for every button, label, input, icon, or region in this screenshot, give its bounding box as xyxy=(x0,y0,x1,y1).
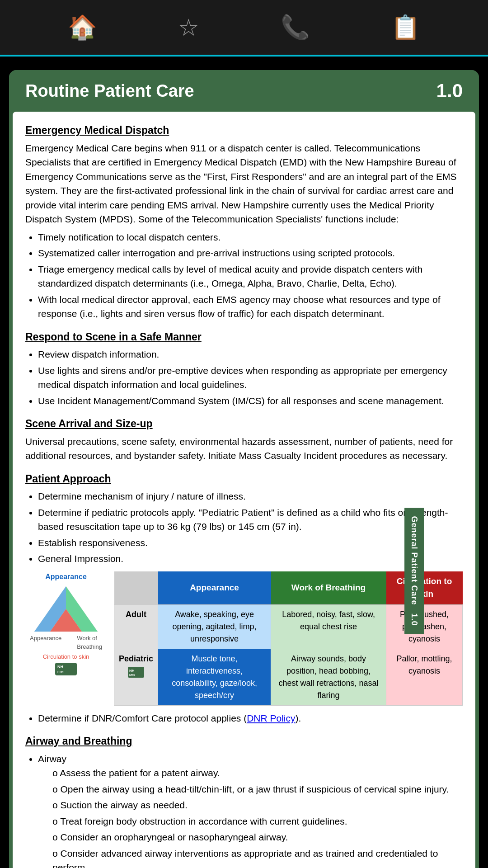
row-label-adult: Adult xyxy=(114,604,158,649)
emd-body-text: Emergency Medical Care begins when 911 o… xyxy=(25,141,463,226)
emd-section-title: Emergency Medical Dispatch xyxy=(25,123,463,138)
th-circulation: Circulation to Skin xyxy=(386,571,463,605)
card-routine-patient-care: Routine Patient Care 1.0 Emergency Medic… xyxy=(9,70,479,868)
respond-bullet-list: Review dispatch information. Use lights … xyxy=(38,347,463,408)
td-circ-pediatric: Pallor, mottling, cyanosis xyxy=(386,649,463,705)
patient-bullet-2: Determine if pediatric protocols apply. … xyxy=(38,505,463,534)
th-appearance: Appearance xyxy=(158,571,271,605)
dnr-bullet-list: Determine if DNR/Comfort Care protocol a… xyxy=(38,711,463,726)
airway-main-list: Airway Assess the patient for a patent a… xyxy=(38,752,463,868)
airway-sub-2: Open the airway using a head-tilt/chin-l… xyxy=(52,782,463,797)
airway-main-item-1: Airway Assess the patient for a patent a… xyxy=(38,752,463,868)
home-icon[interactable]: 🏠 xyxy=(68,14,97,41)
td-appearance-adult: Awake, speaking, eye opening, agitated, … xyxy=(158,604,271,649)
triangle-label-circulation-bottom: Circulation to skin xyxy=(43,652,89,661)
svg-text:EMS: EMS xyxy=(57,670,65,674)
card-title: Routine Patient Care xyxy=(25,81,194,101)
triangle-label-appearance: Appearance xyxy=(45,571,87,582)
respond-bullet-3: Use Incident Management/Command System (… xyxy=(38,394,463,408)
phone-icon[interactable]: 📞 xyxy=(281,14,310,41)
airway-sub-1: Assess the patient for a patent airway. xyxy=(52,766,463,780)
triangle-label-appearance-left: Appearance xyxy=(30,634,61,651)
pat-assessment-section: Appearance Appearance Work ofBreathing C… xyxy=(25,571,463,706)
pat-triangle-svg xyxy=(30,584,102,634)
triangle-label-breathing-right: Work ofBreathing xyxy=(77,634,102,651)
respond-bullet-2: Use lights and sirens and/or pre-emptive… xyxy=(38,363,463,392)
patient-bullet-1: Determine mechanism of injury / nature o… xyxy=(38,489,463,504)
svg-text:EMS: EMS xyxy=(129,674,135,676)
emd-bullet-1: Timely notification to local dispatch ce… xyxy=(38,230,463,245)
patient-bullet-4: General Impression. xyxy=(38,552,463,566)
respond-section-title: Respond to Scene in a Safe Manner xyxy=(25,329,463,345)
emd-bullet-2: Systematized caller interrogation and pr… xyxy=(38,246,463,260)
airway-sub-list: Assess the patient for a patent airway. … xyxy=(52,766,463,868)
airway-section-title: Airway and Breathing xyxy=(25,733,463,749)
th-breathing: Work of Breathing xyxy=(271,571,386,605)
airway-sub-3: Suction the airway as needed. xyxy=(52,798,463,812)
side-label: General Patient Care 1.0 xyxy=(404,508,424,634)
patient-section-title: Patient Approach xyxy=(25,471,463,487)
respond-bullet-1: Review dispatch information. xyxy=(38,347,463,362)
svg-text:NH: NH xyxy=(129,669,135,673)
td-appearance-pediatric: Muscle tone, interactiveness, consolabil… xyxy=(158,649,271,705)
dnr-bullet: Determine if DNR/Comfort Care protocol a… xyxy=(38,711,463,726)
dnr-policy-link[interactable]: DNR Policy xyxy=(247,713,295,723)
td-circ-adult: Pink, flushed, pale, ashen, cyanosis xyxy=(386,604,463,649)
nh-badge: NH EMS xyxy=(55,663,77,679)
airway-sub-4: Treat foreign body obstruction in accord… xyxy=(52,814,463,829)
td-breathing-adult: Labored, noisy, fast, slow, equal chest … xyxy=(271,604,386,649)
patient-bullet-list: Determine mechanism of injury / nature o… xyxy=(38,489,463,566)
card-number: 1.0 xyxy=(436,80,463,102)
airway-sub-6: Consider advanced airway interventions a… xyxy=(52,846,463,868)
pat-triangle-diagram: Appearance Appearance Work ofBreathing C… xyxy=(25,571,107,679)
patient-bullet-3: Establish responsiveness. xyxy=(38,536,463,550)
emd-bullet-4: With local medical director approval, ea… xyxy=(38,292,463,321)
checklist-icon[interactable]: 📋 xyxy=(391,14,420,41)
svg-text:NH: NH xyxy=(57,665,63,669)
card-header: Routine Patient Care 1.0 xyxy=(9,70,479,112)
airway-sub-5: Consider an oropharyngeal or nasopharyng… xyxy=(52,830,463,844)
scene-section-title: Scene Arrival and Size-up xyxy=(25,416,463,432)
emd-bullet-list: Timely notification to local dispatch ce… xyxy=(38,230,463,321)
favorites-icon[interactable]: ☆ xyxy=(178,14,199,41)
card-body: Emergency Medical Dispatch Emergency Med… xyxy=(13,112,475,868)
scene-body-text: Universal precautions, scene safety, env… xyxy=(25,434,463,463)
pat-row-pediatric: Pediatric NH EMS Muscle tone, interact xyxy=(114,649,463,705)
emd-bullet-3: Triage emergency medical calls by level … xyxy=(38,262,463,291)
td-breathing-pediatric: Airway sounds, body position, head bobbi… xyxy=(271,649,386,705)
row-label-pediatric: Pediatric NH EMS xyxy=(114,649,158,705)
top-navigation: 🏠 ☆ 📞 📋 xyxy=(0,0,488,57)
